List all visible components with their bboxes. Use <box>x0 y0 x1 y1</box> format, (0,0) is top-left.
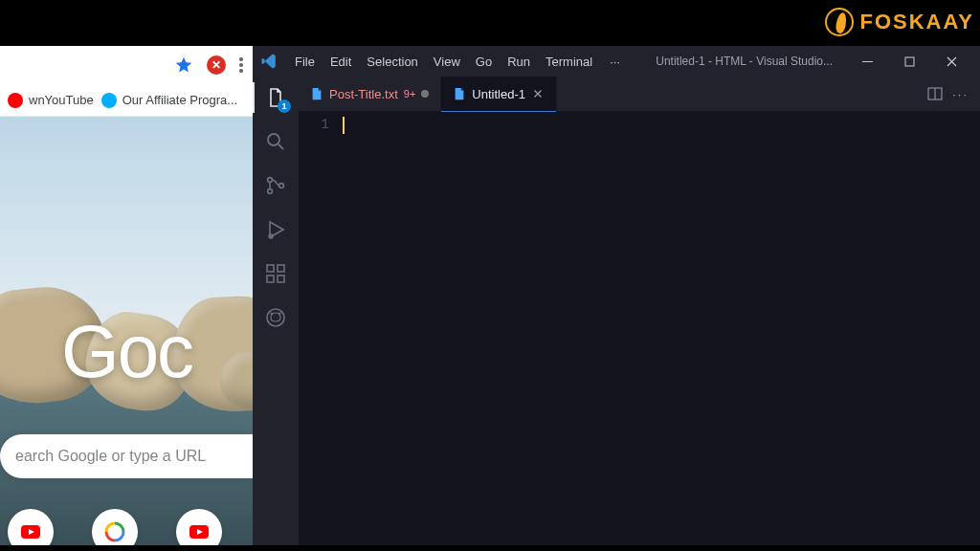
menu-selection[interactable]: Selection <box>359 51 425 73</box>
menu-run[interactable]: Run <box>500 51 538 73</box>
vscode-logo-icon <box>260 53 278 70</box>
modified-dot-icon <box>421 90 429 98</box>
svg-rect-6 <box>862 61 873 62</box>
run-debug-icon[interactable] <box>262 216 289 243</box>
bookmark-label: wnYouTube <box>29 93 94 107</box>
activity-bar: 1 <box>253 77 299 545</box>
watermark-logo-icon <box>825 8 854 36</box>
bookmark-star-icon[interactable] <box>174 55 193 75</box>
svg-point-8 <box>268 134 279 145</box>
file-icon <box>453 87 466 100</box>
menu-bar: FileEditSelectionViewGoRunTerminal <box>287 51 600 73</box>
svg-rect-13 <box>267 265 274 272</box>
google-icon <box>103 520 126 543</box>
editor-tabs: Post-Title.txt9+Untitled-1 ··· <box>299 77 980 111</box>
minimize-button[interactable] <box>846 46 888 77</box>
editor-tab[interactable]: Untitled-1 <box>441 77 557 111</box>
bookmark-youtube[interactable]: wnYouTube <box>8 93 94 108</box>
svg-rect-14 <box>267 276 274 282</box>
bookmarks-bar: wnYouTube Our Affiliate Progra... <box>0 84 253 117</box>
window-title: Untitled-1 - HTML - Visual Studio... <box>656 55 833 68</box>
watermark-text: FOSKAAY <box>859 10 974 34</box>
search-placeholder: earch Google or type a URL <box>15 448 206 465</box>
shortcut-tile[interactable] <box>92 509 138 545</box>
svg-rect-16 <box>278 265 284 272</box>
file-icon <box>310 87 323 100</box>
menu-go[interactable]: Go <box>468 51 500 73</box>
chrome-menu-icon[interactable] <box>239 57 243 73</box>
shortcut-tile[interactable] <box>176 509 222 545</box>
chrome-window: ✕ wnYouTube Our Affiliate Progra... <box>0 46 253 545</box>
github-icon[interactable] <box>262 304 289 331</box>
line-gutter: 1 <box>299 111 341 545</box>
menu-view[interactable]: View <box>426 51 468 73</box>
menu-overflow[interactable]: ··· <box>602 51 628 73</box>
code-editor[interactable]: 1 <box>299 111 980 545</box>
editor-tab[interactable]: Post-Title.txt9+ <box>299 77 441 111</box>
shortcut-tiles <box>0 509 253 545</box>
svg-point-11 <box>279 184 284 188</box>
tab-filename: Post-Title.txt <box>329 87 398 101</box>
extensions-icon[interactable] <box>262 260 289 287</box>
search-input[interactable]: earch Google or type a URL <box>0 434 253 478</box>
bookmark-label: Our Affiliate Progra... <box>122 93 237 107</box>
new-tab-page: Goc earch Google or type a URL <box>0 117 253 545</box>
svg-point-17 <box>267 309 284 326</box>
extension-badge-icon[interactable]: ✕ <box>207 55 226 75</box>
close-button[interactable] <box>930 46 972 77</box>
chrome-toolbar: ✕ <box>0 46 253 84</box>
bookmark-affiliate[interactable]: Our Affiliate Progra... <box>101 93 237 108</box>
source-control-icon[interactable] <box>262 172 289 199</box>
shortcut-tile[interactable] <box>8 509 54 545</box>
close-tab-icon[interactable] <box>531 87 545 100</box>
window-controls <box>846 46 972 77</box>
svg-rect-7 <box>905 57 914 66</box>
svg-rect-15 <box>278 276 284 282</box>
menu-terminal[interactable]: Terminal <box>538 51 600 73</box>
watermark: FOSKAAY <box>825 8 974 36</box>
affiliate-icon <box>101 93 117 108</box>
vscode-window: FileEditSelectionViewGoRunTerminal ··· U… <box>253 46 980 545</box>
menu-edit[interactable]: Edit <box>323 51 359 73</box>
maximize-button[interactable] <box>888 46 930 77</box>
more-actions-icon[interactable]: ··· <box>952 87 969 101</box>
youtube-icon <box>19 520 42 543</box>
explorer-icon[interactable]: 1 <box>262 84 289 111</box>
menu-file[interactable]: File <box>287 51 323 73</box>
google-logo: Goc <box>61 308 192 395</box>
search-icon[interactable] <box>262 128 289 155</box>
text-cursor <box>343 117 345 134</box>
tab-diff-count: 9+ <box>404 88 416 99</box>
line-number: 1 <box>299 117 329 132</box>
tab-filename: Untitled-1 <box>472 87 525 101</box>
youtube-icon <box>8 93 23 108</box>
code-area[interactable] <box>341 111 980 545</box>
vscode-titlebar[interactable]: FileEditSelectionViewGoRunTerminal ··· U… <box>253 46 980 77</box>
svg-point-10 <box>268 189 273 194</box>
svg-point-9 <box>268 178 273 183</box>
activity-badge: 1 <box>278 99 291 113</box>
youtube-icon <box>188 520 211 543</box>
split-editor-icon[interactable] <box>927 86 943 101</box>
